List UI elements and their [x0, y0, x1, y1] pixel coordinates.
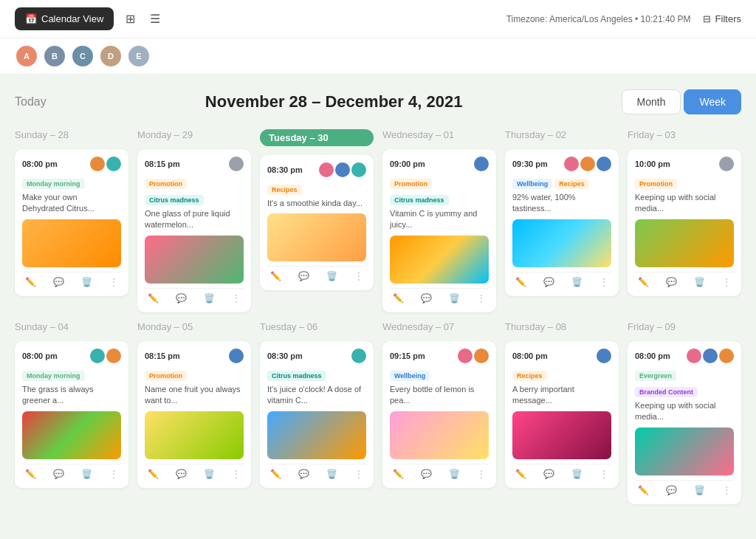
card-header-row: 09:30 pm	[512, 157, 611, 171]
more-button[interactable]: ⋮	[106, 467, 121, 481]
day-header: Tuesday – 30	[260, 129, 374, 146]
grid-view-button[interactable]: ⊞	[123, 9, 138, 29]
card-time: 08:15 pm	[145, 351, 180, 360]
more-button[interactable]: ⋮	[351, 467, 366, 481]
post-tag: Evergreen	[635, 371, 676, 381]
card-image	[267, 213, 366, 261]
more-button[interactable]: ⋮	[474, 292, 489, 305]
avatar-user-5[interactable]: E	[127, 44, 151, 68]
delete-button[interactable]: 🗑️	[201, 292, 218, 305]
edit-button[interactable]: ✏️	[390, 292, 407, 305]
comment-button[interactable]: 💬	[173, 467, 190, 481]
card-actions: ✏️ 💬 🗑️ ⋮	[390, 464, 489, 481]
post-tag: Citrus madness	[267, 371, 326, 381]
edit-button[interactable]: ✏️	[22, 467, 39, 481]
edit-button[interactable]: ✏️	[145, 467, 162, 481]
comment-button[interactable]: 💬	[540, 467, 557, 481]
day-header: Monday – 29	[137, 129, 251, 140]
card-avatars	[597, 349, 611, 363]
day-column: Thursday – 02 09:30 pm WellbeingRecipes …	[505, 129, 619, 312]
calendar-view-button[interactable]: 📅 Calendar View	[15, 7, 114, 30]
more-button[interactable]: ⋮	[351, 270, 366, 283]
day-header: Sunday – 04	[15, 321, 128, 332]
card-avatars	[474, 157, 489, 171]
more-button[interactable]: ⋮	[719, 275, 734, 289]
delete-button[interactable]: 🗑️	[446, 292, 463, 305]
card-image	[22, 411, 121, 459]
delete-button[interactable]: 🗑️	[691, 484, 708, 497]
more-button[interactable]: ⋮	[106, 275, 121, 289]
delete-button[interactable]: 🗑️	[568, 467, 585, 481]
more-button[interactable]: ⋮	[474, 467, 489, 481]
card-avatar	[229, 157, 244, 171]
card-actions: ✏️ 💬 🗑️ ⋮	[267, 266, 366, 283]
edit-button[interactable]: ✏️	[635, 275, 652, 289]
week-view-button[interactable]: Week	[684, 89, 741, 114]
card-avatar	[106, 157, 121, 171]
delete-button[interactable]: 🗑️	[323, 270, 340, 283]
card-avatar	[335, 162, 350, 177]
more-button[interactable]: ⋮	[229, 467, 244, 481]
avatar-user-2[interactable]: B	[43, 44, 66, 68]
edit-button[interactable]: ✏️	[145, 292, 162, 305]
more-button[interactable]: ⋮	[719, 484, 734, 497]
avatar-user-1[interactable]: A	[15, 44, 38, 68]
week-1-grid: Sunday – 28 08:00 pm Monday morning Make…	[15, 129, 741, 312]
delete-button[interactable]: 🗑️	[201, 467, 218, 481]
list-view-button[interactable]: ☰	[147, 9, 163, 29]
edit-button[interactable]: ✏️	[635, 484, 652, 497]
card-avatars	[90, 157, 121, 171]
card-avatars	[458, 349, 489, 363]
delete-button[interactable]: 🗑️	[691, 275, 708, 289]
delete-button[interactable]: 🗑️	[78, 467, 95, 481]
post-tag: Monday morning	[22, 371, 85, 381]
avatar-user-4[interactable]: D	[99, 44, 123, 68]
delete-button[interactable]: 🗑️	[323, 467, 340, 481]
post-card: 10:00 pm Promotion Keeping up with socia…	[628, 149, 741, 296]
day-header: Wednesday – 01	[382, 129, 496, 140]
more-button[interactable]: ⋮	[597, 275, 611, 289]
card-text: A berry important message...	[512, 384, 611, 407]
card-actions: ✏️ 💬 🗑️ ⋮	[512, 272, 611, 289]
avatar-user-3[interactable]: C	[71, 44, 94, 68]
post-tag: Citrus madness	[145, 195, 204, 205]
delete-button[interactable]: 🗑️	[78, 275, 95, 289]
month-view-button[interactable]: Month	[622, 89, 681, 114]
card-header-row: 08:00 pm	[635, 349, 734, 363]
comment-button[interactable]: 💬	[663, 275, 680, 289]
avatars-bar: A B C D E	[0, 38, 756, 75]
more-button[interactable]: ⋮	[229, 292, 244, 305]
comment-button[interactable]: 💬	[418, 467, 435, 481]
edit-button[interactable]: ✏️	[22, 275, 39, 289]
card-header-row: 09:00 pm	[390, 157, 489, 171]
edit-button[interactable]: ✏️	[512, 467, 529, 481]
card-time: 08:00 pm	[22, 159, 58, 168]
comment-button[interactable]: 💬	[663, 484, 680, 497]
more-button[interactable]: ⋮	[597, 467, 611, 481]
comment-button[interactable]: 💬	[418, 292, 435, 305]
edit-button[interactable]: ✏️	[390, 467, 407, 481]
card-image	[267, 411, 366, 459]
comment-button[interactable]: 💬	[540, 275, 557, 289]
card-avatar	[351, 162, 366, 177]
card-avatar	[90, 157, 105, 171]
edit-button[interactable]: ✏️	[267, 467, 284, 481]
card-avatar	[719, 349, 734, 363]
day-header: Monday – 05	[137, 321, 251, 332]
comment-button[interactable]: 💬	[295, 270, 312, 283]
post-card: 08:15 pm Promotion Name one fruit you al…	[137, 341, 251, 488]
delete-button[interactable]: 🗑️	[446, 467, 463, 481]
comment-button[interactable]: 💬	[173, 292, 190, 305]
post-card: 09:30 pm WellbeingRecipes 92% water, 100…	[505, 149, 619, 296]
day-column: Sunday – 28 08:00 pm Monday morning Make…	[15, 129, 128, 312]
comment-button[interactable]: 💬	[50, 467, 67, 481]
filter-icon: ⊟	[703, 13, 711, 24]
delete-button[interactable]: 🗑️	[568, 275, 585, 289]
day-header: Thursday – 08	[505, 321, 619, 332]
card-actions: ✏️ 💬 🗑️ ⋮	[267, 464, 366, 481]
filters-button[interactable]: ⊟ Filters	[703, 13, 741, 24]
comment-button[interactable]: 💬	[295, 467, 312, 481]
edit-button[interactable]: ✏️	[512, 275, 529, 289]
comment-button[interactable]: 💬	[50, 275, 67, 289]
edit-button[interactable]: ✏️	[267, 270, 284, 283]
